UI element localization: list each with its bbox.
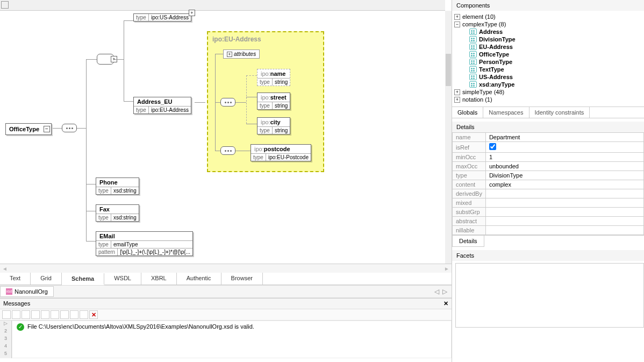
- expand-icon[interactable]: +: [227, 52, 232, 57]
- pattern-value: [\p{L}_-]+(\.[\p{L}_-]+)*@[\p{...: [118, 249, 192, 255]
- tree-label: element (10): [462, 13, 496, 20]
- nav-prev-icon[interactable]: ◁: [434, 288, 439, 295]
- type-value: ipo:EU-Postcode: [266, 154, 311, 161]
- details-value[interactable]: DivisionType: [485, 171, 643, 180]
- toolbar-button[interactable]: [70, 310, 78, 319]
- nav-next-icon[interactable]: ▷: [442, 288, 447, 295]
- details-key: minOcc: [453, 153, 486, 162]
- schema-canvas[interactable]: OfficeType − + + typeipo:US-Address: [0, 0, 452, 264]
- tree-label: simpleType (48): [462, 89, 504, 95]
- tab-wsdl[interactable]: WSDL: [104, 273, 141, 285]
- node-email[interactable]: EMail typeemailType pattern[\p{L}_-]+(\.…: [96, 231, 193, 256]
- connector-line: [215, 54, 223, 54]
- node-address-eu[interactable]: Address_EU typeipo:EU-Address: [133, 97, 191, 114]
- tree-item-xsd-anytype[interactable]: xsd:anyType: [454, 81, 642, 88]
- tab-browser[interactable]: Browser: [221, 273, 263, 285]
- node-fax[interactable]: Fax typexsd:string: [96, 204, 139, 222]
- collapse-icon[interactable]: −: [454, 22, 460, 27]
- toolbar-button[interactable]: [22, 310, 30, 319]
- type-key: type: [257, 127, 273, 134]
- toolbar-button[interactable]: [80, 310, 88, 319]
- file-tab-nanonullorg[interactable]: xsd NanonullOrg: [0, 286, 54, 297]
- toolbar-button[interactable]: [31, 310, 40, 319]
- details-key: content: [453, 180, 486, 189]
- details-value[interactable]: [485, 198, 643, 208]
- node-label: OfficeType: [6, 124, 42, 134]
- toolbar-button[interactable]: [12, 310, 20, 319]
- attributes-box[interactable]: +attributes: [223, 49, 260, 59]
- connector-line: [124, 20, 124, 101]
- node-ipo-city[interactable]: ipo:city typestring: [257, 117, 290, 134]
- expand-icon[interactable]: +: [454, 97, 460, 103]
- tab-authentic[interactable]: Authentic: [177, 273, 221, 285]
- toolbar-button[interactable]: [2, 310, 11, 319]
- tree-item-texttype[interactable]: TextType: [454, 66, 642, 73]
- details-value[interactable]: [485, 217, 643, 226]
- tree-item-us-address[interactable]: US-Address: [454, 73, 642, 81]
- type-key: type: [96, 241, 111, 248]
- details-tabs: Details: [452, 235, 644, 247]
- vertical-scrollbar[interactable]: [445, 11, 452, 264]
- toolbar-button[interactable]: [60, 310, 69, 319]
- node-us-address[interactable]: + typeipo:US-Address: [133, 13, 191, 22]
- tree-item-eu-address[interactable]: EU-Address: [454, 43, 642, 51]
- tree-item-persontype[interactable]: PersonType: [454, 58, 642, 66]
- details-value[interactable]: [485, 226, 643, 235]
- close-icon[interactable]: ✕: [443, 300, 448, 307]
- details-key: type: [453, 171, 486, 180]
- tab-namespaces[interactable]: Namespaces: [483, 107, 529, 118]
- details-value[interactable]: [485, 189, 643, 198]
- clear-button[interactable]: ✕: [89, 310, 98, 319]
- type-key: type: [251, 154, 266, 161]
- isref-checkbox[interactable]: [489, 143, 496, 150]
- type-key: type: [134, 14, 149, 21]
- expand-icon[interactable]: +: [454, 89, 460, 95]
- details-value[interactable]: unbounded: [485, 162, 643, 171]
- expand-icon[interactable]: +: [189, 10, 195, 16]
- grid-icon[interactable]: [1, 1, 9, 9]
- tree-element[interactable]: +element (10): [454, 13, 642, 20]
- node-label: EMail: [96, 232, 192, 240]
- sequence-compositor[interactable]: [62, 124, 77, 132]
- expand-icon[interactable]: +: [454, 14, 460, 20]
- tab-xbrl[interactable]: XBRL: [141, 273, 177, 285]
- node-phone[interactable]: Phone typexsd:string: [96, 178, 139, 195]
- horizontal-scrollbar[interactable]: ◄►: [0, 264, 452, 273]
- toolbar-button[interactable]: [51, 310, 59, 319]
- tree-complextype[interactable]: −complexType (8): [454, 20, 642, 28]
- type-key: type: [134, 107, 149, 113]
- message-text: File C:\Users\enc\Documents\Altova\XMLSp…: [27, 323, 254, 330]
- sequence-compositor[interactable]: [220, 98, 235, 107]
- tree-item-divisiontype[interactable]: DivisionType: [454, 36, 642, 43]
- tree-simpletype[interactable]: +simpleType (48): [454, 88, 642, 96]
- connector-line: [114, 59, 124, 60]
- node-ipo-postcode[interactable]: ipo:postcode typeipo:EU-Postcode: [251, 144, 311, 161]
- node-officetype[interactable]: OfficeType −: [5, 123, 52, 135]
- tab-text[interactable]: Text: [0, 273, 31, 285]
- components-title: Components: [452, 0, 644, 11]
- toolbar-button[interactable]: [41, 310, 49, 319]
- tab-details[interactable]: Details: [452, 236, 484, 247]
- tree-item-address[interactable]: Address: [454, 28, 642, 36]
- node-ipo-name[interactable]: ipo:ipo:namename typestring: [257, 69, 290, 86]
- tab-schema[interactable]: Schema: [62, 273, 104, 285]
- choice-compositor[interactable]: +: [97, 54, 114, 65]
- collapse-icon[interactable]: −: [44, 126, 50, 132]
- details-key: mixed: [453, 198, 486, 208]
- tree-item-officetype[interactable]: OfficeType: [454, 51, 642, 58]
- details-key: abstract: [453, 217, 486, 226]
- tab-grid[interactable]: Grid: [31, 273, 62, 285]
- details-value[interactable]: Department: [485, 133, 643, 142]
- node-ipo-street[interactable]: ipo:street typestring: [257, 93, 290, 110]
- type-value: ipo:US-Address: [149, 14, 191, 21]
- file-tab-label: NanonullOrg: [15, 288, 48, 295]
- details-value[interactable]: 1: [485, 153, 643, 162]
- tab-globals[interactable]: Globals: [452, 107, 483, 118]
- details-value[interactable]: [485, 208, 643, 217]
- details-value[interactable]: complex: [485, 180, 643, 189]
- tree-notation[interactable]: +notation (1): [454, 96, 642, 103]
- sequence-compositor[interactable]: [220, 146, 235, 155]
- tab-identity-constraints[interactable]: Identity constraints: [529, 107, 590, 118]
- details-value[interactable]: [485, 142, 643, 153]
- connector-line: [124, 20, 133, 21]
